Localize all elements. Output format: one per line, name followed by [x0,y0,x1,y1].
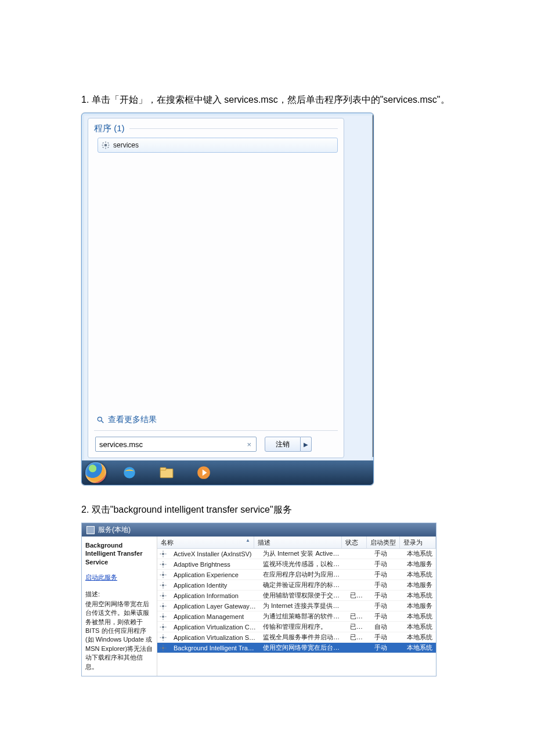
service-row[interactable]: Application Virtualization Service A...监… [157,632,436,643]
svg-rect-39 [160,595,161,596]
service-row[interactable]: Application Virtualization Client传输和管理应用… [157,622,436,632]
taskbar-ie-icon[interactable] [118,464,141,481]
service-row[interactable]: Adaptive Brightness监视环境光传感器，以检测环境光...手动本… [157,559,436,570]
taskbar-media-player-icon[interactable] [192,464,215,481]
see-more-results[interactable]: 查看更多结果 [96,415,157,425]
service-gear-icon [157,582,170,589]
service-gear-icon [157,571,170,578]
svg-rect-19 [160,553,161,554]
svg-rect-30 [165,574,167,575]
svg-rect-53 [163,629,164,630]
taskbar [82,460,373,485]
svg-rect-20 [165,553,167,554]
services-titlebar: 服务(本地) [82,523,436,537]
see-more-label: 查看更多结果 [108,415,157,425]
svg-rect-54 [160,627,161,627]
service-start-cell: 手动 [371,643,403,652]
services-column-headers: 名称▲ 描述 状态 启动类型 登录为 [157,537,436,549]
svg-rect-42 [163,603,164,604]
svg-rect-65 [165,647,167,648]
services-list-pane: 名称▲ 描述 状态 启动类型 登录为 ActiveX Installer (Ax… [157,537,436,676]
step-2-text: 2. 双击"background intelligent transfer se… [81,503,453,517]
svg-line-10 [102,421,104,423]
svg-rect-59 [160,637,161,638]
service-logon-cell: 本地服务 [403,602,436,610]
svg-point-61 [162,647,164,649]
col-header-desc[interactable]: 描述 [254,537,342,548]
svg-rect-8 [107,142,109,143]
col-header-name[interactable]: 名称▲ [157,537,254,548]
service-row[interactable]: Background Intelligent Transfer Se...使用空… [157,643,436,653]
svg-rect-45 [165,606,167,606]
logoff-split-button[interactable]: 注销 ▶ [265,437,312,452]
programs-group-header: 程序 (1) [88,118,344,135]
service-name-cell: Background Intelligent Transfer Se... [170,645,259,651]
service-start-cell: 手动 [371,612,403,621]
service-start-cell: 自动 [371,622,403,631]
col-header-logon[interactable]: 登录为 [400,537,436,548]
services-window-title: 服务(本地) [98,525,131,535]
svg-rect-60 [165,637,167,638]
svg-rect-23 [163,566,164,567]
description-header: 描述: [85,590,153,599]
service-name-cell: ActiveX Installer (AxInstSV) [170,550,259,557]
start-menu-panel: 程序 (1) services 查看更多结果 × 注销 ▶ [88,118,344,458]
service-row[interactable]: Application Layer Gateway Service为 Inter… [157,601,436,611]
svg-rect-50 [165,616,167,617]
service-logon-cell: 本地服务 [403,560,436,568]
service-desc-cell: 为从 Internet 安装 ActiveX 控件... [259,549,347,558]
service-row[interactable]: Application Management为通过组策略部署的软件处理安装...… [157,611,436,622]
svg-rect-47 [163,613,164,614]
service-row[interactable]: Application Identity确定并验证应用程序的标识。禁用...手动… [157,580,436,591]
sort-asc-icon: ▲ [246,538,250,543]
start-search-box[interactable]: × [95,437,257,452]
service-logon-cell: 本地系统 [403,643,436,652]
svg-rect-32 [163,582,164,583]
taskbar-explorer-icon[interactable] [155,464,178,481]
svg-rect-34 [160,585,161,585]
col-header-status[interactable]: 状态 [342,537,367,548]
logoff-menu-arrow-icon[interactable]: ▶ [301,437,312,452]
service-status-cell: 已启动 [347,633,371,642]
service-desc-cell: 监视全局服务事件并启动虚拟服务... [259,633,347,642]
svg-point-11 [124,467,135,478]
search-result-services[interactable]: services [98,138,338,153]
search-input[interactable] [98,440,244,449]
svg-rect-49 [160,616,161,617]
service-gear-icon [157,603,170,610]
selected-service-title: Background Intelligent Transfer Service [85,541,153,566]
svg-point-21 [162,563,164,566]
service-desc-cell: 为通过组策略部署的软件处理安装... [259,612,347,621]
service-status-cell: 已启动 [347,622,371,631]
svg-rect-29 [160,574,161,575]
service-desc-cell: 传输和管理应用程序。 [259,622,347,631]
svg-point-0 [104,144,107,147]
service-gear-icon [157,592,170,599]
desktop-edge-strip [373,113,374,457]
svg-point-46 [162,615,164,618]
services-detail-pane: Background Intelligent Transfer Service … [82,537,157,676]
svg-rect-24 [160,564,161,564]
service-logon-cell: 本地系统 [403,591,436,600]
service-logon-cell: 本地系统 [403,612,436,621]
start-button-icon[interactable] [85,462,106,483]
programs-group-label: 程序 (1) [94,123,125,134]
logoff-button[interactable]: 注销 [265,437,301,452]
svg-point-9 [98,417,102,421]
service-row[interactable]: Application Information使用辅助管理权限便于交互式应用..… [157,591,436,601]
service-status-cell: 已启动 [347,591,371,600]
service-logon-cell: 本地服务 [403,581,436,589]
start-menu-screenshot: 程序 (1) services 查看更多结果 × 注销 ▶ [81,113,374,485]
clear-search-icon[interactable]: × [244,440,254,449]
service-row[interactable]: Application Experience在应用程序启动时为应用程序处理...… [157,570,436,580]
service-desc-cell: 使用空闲网络带宽在后台传送文件... [259,643,347,652]
start-service-link[interactable]: 启动此服务 [85,573,153,582]
service-gear-icon [157,613,170,620]
svg-point-41 [162,605,164,607]
service-start-cell: 手动 [371,549,403,558]
description-text: 使用空闲网络带宽在后台传送文件。如果该服务被禁用，则依赖于 BITS 的任何应用… [85,600,153,671]
col-header-start[interactable]: 启动类型 [367,537,400,548]
service-logon-cell: 本地系统 [403,570,436,579]
service-gear-icon [157,624,170,631]
service-row[interactable]: ActiveX Installer (AxInstSV)为从 Internet … [157,549,436,559]
